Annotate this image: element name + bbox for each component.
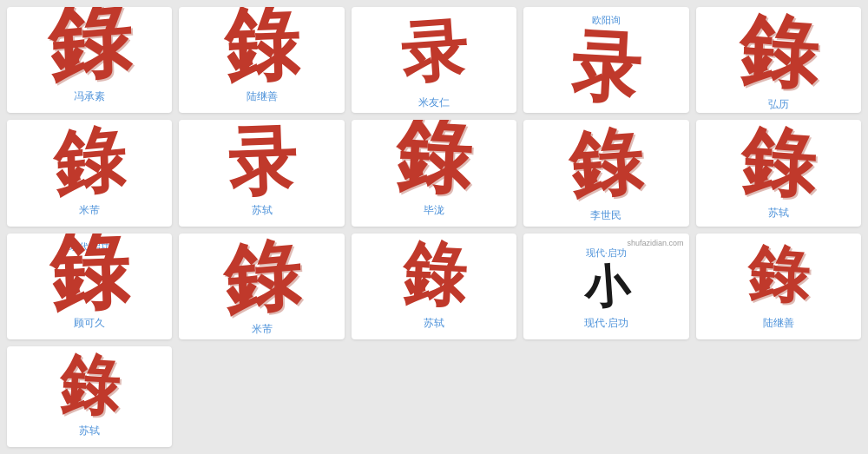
char-display: 錄: [12, 234, 167, 311]
top-label: 现代·启功: [586, 247, 627, 260]
char-display: 錄: [184, 7, 339, 84]
card-mifu[interactable]: 錄 米芾: [7, 120, 172, 226]
char-display: 錄: [184, 240, 339, 317]
card-xiandai-qigong2[interactable]: shufazidian.com 现代·启功 小 现代·启功: [523, 234, 688, 339]
author-label: 冯承素: [74, 89, 105, 104]
card-mifu3[interactable]: 錄 米芾: [179, 234, 344, 339]
char-display: 錄: [529, 127, 683, 203]
card-hongli[interactable]: 錄 弘历: [696, 7, 861, 113]
author-label: 苏轼: [79, 424, 100, 438]
watermark: shufazidian.com: [628, 239, 684, 247]
char-display: 小: [529, 263, 683, 311]
char-display: 錄: [357, 120, 511, 197]
card-lishemin[interactable]: 錄 李世民: [523, 120, 688, 226]
card-lujishaner2[interactable]: 錄 陆继善: [696, 234, 861, 339]
char-display: 录: [184, 127, 339, 197]
author-label: 陆继善: [763, 316, 794, 331]
card-sushi3[interactable]: 錄 苏轼: [7, 346, 172, 447]
char-display: 录: [529, 30, 683, 107]
card-mifu2[interactable]: 錄 苏轼: [696, 120, 861, 226]
card-fengchengsu[interactable]: 錄 冯承素: [7, 7, 172, 113]
calligraphy-grid: 錄 冯承素 錄 陆继善 录 米友仁 欧阳询 录 敬世江 錄 弘历 錄 米芾: [0, 0, 868, 454]
author-label: 现代·启功: [584, 316, 628, 331]
author-label: 苏轼: [768, 206, 789, 220]
card-xiandai-qigong[interactable]: 现代·启功 錄 顾可久: [7, 234, 172, 339]
char-display: 錄: [701, 240, 856, 311]
char-display: 錄: [12, 7, 167, 84]
char-display: 錄: [357, 240, 511, 311]
card-miyouren[interactable]: 录 米友仁: [352, 7, 516, 113]
char-display: 錄: [701, 127, 856, 201]
char-display: 錄: [701, 14, 856, 92]
author-label: 李世民: [590, 208, 621, 223]
author-label: 毕泷: [424, 203, 444, 218]
char-display: 录: [357, 14, 511, 90]
author-label: 米芾: [252, 322, 273, 337]
author-label: 苏轼: [424, 316, 444, 331]
author-label: 弘历: [768, 97, 789, 112]
char-display: 錄: [12, 127, 167, 198]
card-sushi1[interactable]: 录 苏轼: [179, 120, 344, 226]
card-ouyangxun[interactable]: 欧阳询 录 敬世江: [523, 7, 688, 113]
card-bilu[interactable]: 錄 毕泷: [352, 120, 516, 226]
author-label: 米芾: [79, 203, 100, 218]
author-label: 敬世江: [590, 112, 621, 113]
card-sushi2[interactable]: 錄 苏轼: [352, 234, 516, 339]
author-label: 苏轼: [252, 203, 273, 218]
char-display: 錄: [12, 353, 167, 418]
card-lujishaner[interactable]: 錄 陆继善: [179, 7, 344, 113]
author-label: 陆继善: [247, 89, 278, 104]
author-label: 米友仁: [418, 95, 450, 110]
